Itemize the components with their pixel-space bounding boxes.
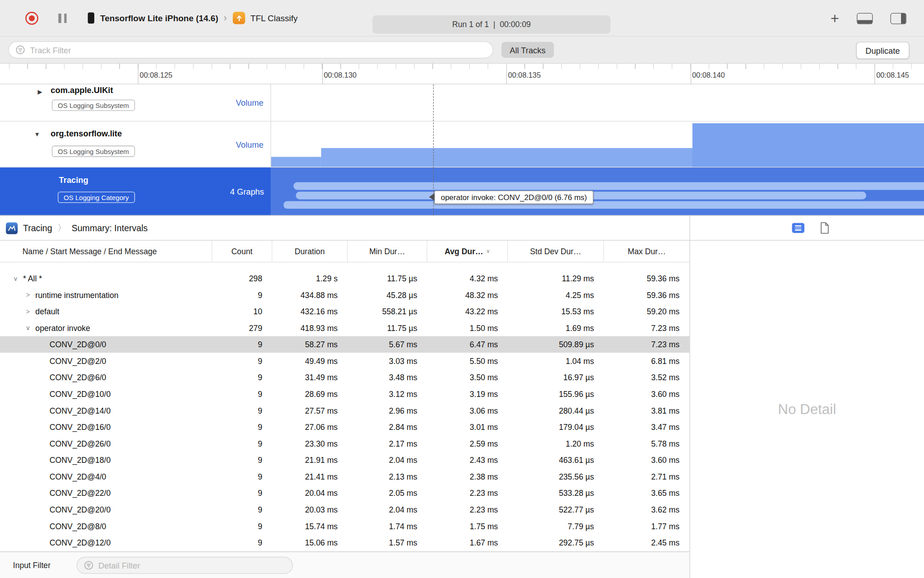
column-header-duration[interactable]: Duration bbox=[272, 241, 347, 262]
cell-avg: 3.50 ms bbox=[427, 373, 508, 382]
column-header-min[interactable]: Min Dur… bbox=[348, 241, 427, 262]
cell-count: 9 bbox=[212, 456, 272, 465]
cell-std: 11.29 ms bbox=[508, 274, 604, 283]
table-row[interactable]: CONV_2D@18/0921.91 ms2.04 ms2.43 ms463.6… bbox=[0, 452, 689, 468]
cell-count: 9 bbox=[212, 373, 272, 382]
row-name: CONV_2D@10/0 bbox=[50, 390, 111, 399]
extended-detail-icon[interactable] bbox=[792, 223, 804, 233]
track-lane-tracing[interactable]: operator invoke: CONV_2D@0/0 (6.76 ms) bbox=[271, 168, 924, 215]
track-lane-tensorflow[interactable] bbox=[271, 121, 924, 167]
table-row[interactable]: CONV_2D@14/0927.57 ms2.96 ms3.06 ms280.4… bbox=[0, 402, 689, 419]
cell-min: 2.13 ms bbox=[348, 472, 427, 481]
table-row[interactable]: >default10432.16 ms558.21 µs43.22 ms15.5… bbox=[0, 303, 689, 320]
detail-filter-input[interactable] bbox=[97, 560, 286, 571]
pause-button[interactable] bbox=[58, 13, 66, 23]
cell-avg: 5.50 ms bbox=[427, 357, 508, 366]
track-row-tensorflow[interactable]: ▼ org.tensorflow.lite OS Logging Subsyst… bbox=[0, 121, 924, 168]
target-app-selector[interactable]: TFL Classify bbox=[250, 13, 298, 23]
table-row[interactable]: CONV_2D@4/0921.41 ms2.13 ms2.38 ms235.56… bbox=[0, 468, 689, 485]
column-header-name[interactable]: Name / Start Message / End Message bbox=[0, 241, 212, 262]
disclosure-triangle-icon[interactable]: ▶ bbox=[38, 89, 42, 95]
duplicate-button[interactable]: Duplicate bbox=[856, 42, 909, 59]
chevron-down-icon[interactable]: ∨ bbox=[12, 275, 19, 282]
track-lane-uikit[interactable] bbox=[271, 84, 924, 121]
table-row[interactable]: >runtime instrumentation9434.88 ms45.28 … bbox=[0, 287, 689, 303]
table-row[interactable]: CONV_2D@20/0920.03 ms2.04 ms2.23 ms522.7… bbox=[0, 501, 689, 518]
cell-avg: 4.32 ms bbox=[427, 274, 508, 283]
table-row[interactable]: CONV_2D@16/0927.06 ms2.84 ms3.01 ms179.0… bbox=[0, 419, 689, 435]
track-filter-input[interactable] bbox=[29, 45, 485, 56]
table-row[interactable]: CONV_2D@12/0915.06 ms1.57 ms1.67 ms292.7… bbox=[0, 534, 689, 551]
table-row[interactable]: ∨* All *2981.29 s11.75 µs4.32 ms11.29 ms… bbox=[0, 270, 689, 287]
ruler-tick-label: 00:08.145 bbox=[876, 71, 909, 79]
cell-max: 3.60 ms bbox=[604, 390, 689, 399]
column-header-std[interactable]: Std Dev Dur… bbox=[508, 241, 604, 262]
record-button[interactable] bbox=[25, 11, 38, 24]
track-label-tracing[interactable]: Tracing OS Logging Category 4 Graphs bbox=[0, 168, 271, 215]
track-badge: OS Logging Subsystem bbox=[52, 146, 135, 157]
cell-count: 9 bbox=[212, 505, 272, 514]
column-header-count[interactable]: Count bbox=[212, 241, 272, 262]
cell-duration: 434.88 ms bbox=[272, 290, 347, 299]
row-name: CONV_2D@26/0 bbox=[50, 439, 111, 448]
run-status-text: Run 1 of 1 | 00:00:09 bbox=[452, 20, 531, 29]
chevron-right-icon[interactable]: > bbox=[24, 308, 32, 315]
sort-chevron-icon: ∨ bbox=[486, 248, 490, 254]
device-selector[interactable]: Tensorflow Lite iPhone (14.6) bbox=[100, 13, 218, 23]
pane-divider[interactable] bbox=[689, 215, 690, 578]
table-row[interactable]: CONV_2D@26/0923.30 ms2.17 ms2.59 ms1.20 … bbox=[0, 435, 689, 452]
document-icon[interactable] bbox=[820, 222, 830, 237]
cell-avg: 1.75 ms bbox=[427, 522, 508, 531]
row-name: default bbox=[35, 307, 59, 316]
detail-panel: No Detail bbox=[690, 241, 924, 578]
row-name: * All * bbox=[23, 274, 42, 283]
cell-std: 7.79 µs bbox=[508, 522, 604, 531]
disclosure-triangle-icon[interactable]: ▼ bbox=[34, 131, 40, 137]
table-row[interactable]: CONV_2D@10/0928.69 ms3.12 ms3.19 ms155.9… bbox=[0, 386, 689, 402]
track-row-tracing[interactable]: Tracing OS Logging Category 4 Graphs ope… bbox=[0, 168, 924, 215]
add-instrument-button[interactable]: + bbox=[831, 11, 839, 26]
cell-max: 59.36 ms bbox=[604, 274, 689, 283]
table-row[interactable]: CONV_2D@8/0915.74 ms1.74 ms1.75 ms7.79 µ… bbox=[0, 518, 689, 535]
column-header-avg[interactable]: Avg Dur… ∨ bbox=[427, 241, 508, 262]
row-name: CONV_2D@0/0 bbox=[50, 340, 106, 349]
detail-filter-field[interactable] bbox=[77, 557, 293, 574]
cell-max: 3.52 ms bbox=[604, 373, 689, 382]
row-name: operator invoke bbox=[35, 323, 90, 332]
table-row[interactable]: CONV_2D@22/0920.04 ms2.05 ms2.23 ms533.2… bbox=[0, 485, 689, 502]
interval-bar[interactable] bbox=[283, 201, 924, 209]
row-name: CONV_2D@4/0 bbox=[50, 472, 106, 481]
ruler-major-tick bbox=[874, 64, 875, 84]
track-row-uikit[interactable]: ▶ com.apple.UIKit OS Logging Subsystem V… bbox=[0, 84, 924, 121]
toggle-right-pane-button[interactable] bbox=[891, 13, 906, 24]
cell-avg: 6.47 ms bbox=[427, 340, 508, 349]
cell-duration: 418.93 ms bbox=[272, 323, 347, 332]
toggle-bottom-pane-button[interactable] bbox=[857, 13, 873, 24]
row-name: CONV_2D@14/0 bbox=[50, 406, 111, 415]
breadcrumb-instrument[interactable]: Tracing bbox=[23, 223, 52, 233]
cell-min: 2.04 ms bbox=[348, 456, 427, 465]
cell-max: 3.60 ms bbox=[604, 456, 689, 465]
cell-max: 1.77 ms bbox=[604, 522, 689, 531]
track-filter-field[interactable] bbox=[8, 41, 493, 58]
cell-duration: 21.41 ms bbox=[272, 472, 347, 481]
track-label-tensorflow[interactable]: ▼ org.tensorflow.lite OS Logging Subsyst… bbox=[0, 121, 271, 167]
chevron-right-icon[interactable]: > bbox=[24, 291, 32, 298]
column-header-max[interactable]: Max Dur… bbox=[604, 241, 689, 262]
table-row[interactable]: CONV_2D@0/0958.27 ms5.67 ms6.47 ms509.89… bbox=[0, 336, 689, 353]
all-tracks-button[interactable]: All Tracks bbox=[502, 42, 554, 58]
time-ruler[interactable]: 00:08.12500:08.13000:08.13500:08.14000:0… bbox=[0, 64, 924, 84]
track-label-uikit[interactable]: ▶ com.apple.UIKit OS Logging Subsystem V… bbox=[0, 84, 271, 121]
ruler-major-tick bbox=[138, 64, 139, 84]
chevron-down-icon[interactable]: ∨ bbox=[24, 324, 32, 332]
cell-count: 9 bbox=[212, 390, 272, 399]
cell-std: 15.53 ms bbox=[508, 307, 604, 316]
cell-count: 9 bbox=[212, 290, 272, 299]
table-row[interactable]: CONV_2D@6/0931.49 ms3.48 ms3.50 ms16.97 … bbox=[0, 369, 689, 386]
cell-min: 1.74 ms bbox=[348, 522, 427, 531]
interval-bar[interactable] bbox=[293, 182, 924, 190]
table-row[interactable]: ∨operator invoke279418.93 ms11.75 µs1.50… bbox=[0, 320, 689, 336]
breadcrumb-view[interactable]: Summary: Intervals bbox=[72, 223, 148, 233]
cell-max: 6.81 ms bbox=[604, 357, 689, 366]
table-row[interactable]: CONV_2D@2/0949.49 ms3.03 ms5.50 ms1.04 m… bbox=[0, 353, 689, 369]
